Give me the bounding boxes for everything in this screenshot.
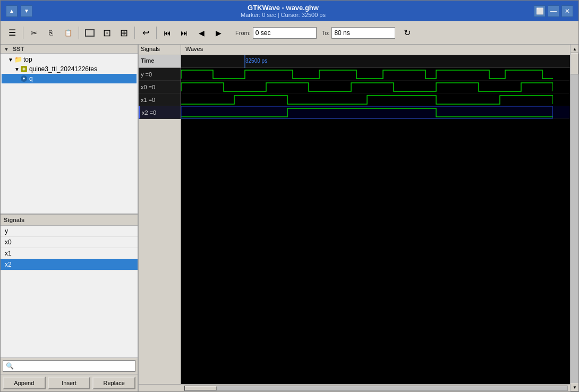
h-scrollbar-track[interactable] (184, 386, 568, 391)
panel-headers: Signals Waves (139, 45, 570, 55)
titlebar-center: GTKWave - wave.ghw Marker: 0 sec | Curso… (32, 4, 534, 18)
v-scrollbar[interactable]: ▲ ▼ (570, 45, 578, 391)
main-area: ▼ SST ▼ 📁 top ▼ ◈ quine3_ttl_20241226tes (1, 45, 578, 391)
zoom-range-btn[interactable]: ⊞ (116, 25, 131, 40)
sig-x1-row: x1 =0 (139, 93, 181, 106)
select-btn[interactable] (82, 25, 97, 40)
v-scrollbar-track[interactable] (571, 53, 578, 383)
to-input[interactable] (331, 27, 395, 39)
main-window: ▲ ▼ GTKWave - wave.ghw Marker: 0 sec | C… (0, 0, 579, 392)
v-scrollbar-thumb[interactable] (571, 53, 578, 74)
tree-label-quine3: quine3_ttl_20241226tes (29, 65, 97, 73)
h-scrollbar-thumb[interactable] (185, 386, 217, 390)
sep2 (79, 27, 79, 39)
refresh-btn[interactable]: ↻ (399, 25, 414, 40)
undo-icon: ↩ (142, 28, 149, 38)
signal-item-x2[interactable]: x2 (1, 259, 138, 270)
paste-btn[interactable]: 📋 (61, 25, 75, 40)
fast-fwd-icon: ⏭ (181, 29, 188, 37)
signal-item-x0[interactable]: x0 (1, 237, 138, 248)
toolbar: ☰ ✂ ⎘ 📋 ⊡ ⊞ ↩ ⏮ ⏭ (1, 21, 578, 45)
wave-row-y (181, 68, 570, 81)
sep3 (134, 27, 135, 39)
insert-btn[interactable]: Insert (48, 377, 91, 389)
scroll-up-btn[interactable]: ▲ (571, 45, 578, 53)
sep1 (23, 27, 23, 39)
time-header: Time (139, 55, 181, 68)
zoom-fit-btn[interactable]: ⊡ (99, 25, 114, 40)
marker-area: 32500 ps (181, 55, 570, 68)
zoom-range-icon: ⊞ (120, 27, 128, 39)
titlebar-buttons: ⬜ — ✕ (534, 5, 573, 17)
prev-btn[interactable]: ◀ (194, 25, 209, 40)
tree-label-q: q (29, 75, 33, 82)
next-btn[interactable]: ▶ (211, 25, 226, 40)
prev-icon: ◀ (199, 29, 205, 37)
sst-tree[interactable]: ▼ 📁 top ▼ ◈ quine3_ttl_20241226tes ● q (1, 54, 138, 214)
menu-btn[interactable]: ☰ (5, 25, 20, 40)
cut-btn[interactable]: ✂ (27, 25, 41, 40)
to-label: To: (322, 30, 330, 36)
titlebar-title: GTKWave - wave.ghw (32, 4, 534, 12)
right-panel: Signals Waves Time y =0 x0 =0 x1 =0 x2 =… (139, 45, 578, 391)
wave-svg-y (181, 68, 553, 81)
tree-label-top: top (23, 56, 32, 63)
wave-svg-x0 (181, 81, 553, 93)
cut-icon: ✂ (31, 29, 37, 37)
signals-list[interactable]: y x0 x1 x2 (1, 226, 138, 357)
paste-icon: 📋 (64, 29, 72, 37)
wave-content: Time y =0 x0 =0 x1 =0 x2 =0 (139, 55, 570, 384)
search-wrapper: 🔍 (3, 360, 135, 372)
append-btn[interactable]: Append (3, 377, 46, 389)
left-panel: ▼ SST ▼ 📁 top ▼ ◈ quine3_ttl_20241226tes (1, 45, 139, 391)
tree-expand-icon: ▼ (8, 57, 13, 63)
titlebar: ▲ ▼ GTKWave - wave.ghw Marker: 0 sec | C… (1, 1, 578, 21)
next-icon: ▶ (216, 29, 222, 37)
signal-item-x1[interactable]: x1 (1, 248, 138, 259)
waves-col-header: Waves (181, 45, 570, 55)
sst-expand-icon[interactable]: ▼ (4, 46, 9, 52)
tree-expand-icon2: ▼ (14, 66, 20, 72)
zoom-fit-icon: ⊡ (103, 27, 111, 39)
wave-row-x1 (181, 93, 570, 106)
copy-icon: ⎘ (49, 29, 53, 37)
minimize-btn[interactable]: — (548, 5, 559, 17)
copy-btn[interactable]: ⎘ (44, 25, 58, 40)
chip-icon: ◈ (21, 66, 27, 72)
close-btn[interactable]: ✕ (561, 5, 573, 17)
titlebar-subtitle: Marker: 0 sec | Cursor: 32500 ps (32, 12, 534, 18)
sep4 (156, 27, 157, 39)
waveform-canvas[interactable]: 32500 ps (181, 55, 570, 384)
signal-icon-q: ● (21, 75, 27, 82)
replace-btn[interactable]: Replace (92, 377, 135, 389)
wave-svg-x1 (181, 93, 553, 106)
search-bar: 🔍 (1, 357, 138, 374)
wave-row-x2 (181, 106, 570, 119)
scroll-down-btn[interactable]: ▼ (571, 383, 578, 391)
restore-btn[interactable]: ⬜ (534, 5, 546, 17)
to-group: To: (319, 27, 396, 39)
arrow-down-btn[interactable]: ▼ (21, 5, 32, 17)
sig-y-row: y =0 (139, 68, 181, 81)
wave-row-x0 (181, 81, 570, 93)
arrow-up-btn[interactable]: ▲ (6, 5, 18, 17)
signal-item-y[interactable]: y (1, 226, 138, 237)
titlebar-arrows: ▲ ▼ (6, 5, 32, 17)
first-btn[interactable]: ⏮ (160, 25, 175, 40)
refresh-icon: ↻ (404, 28, 411, 38)
undo-btn[interactable]: ↩ (138, 25, 153, 40)
fast-fwd-btn[interactable]: ⏭ (177, 25, 192, 40)
folder-icon: 📁 (14, 56, 22, 63)
menu-icon: ☰ (8, 28, 16, 38)
tree-item-q[interactable]: ● q (2, 74, 137, 83)
tree-item-top[interactable]: ▼ 📁 top (2, 55, 137, 64)
svg-text:32500 ps: 32500 ps (245, 58, 267, 64)
tree-item-quine3[interactable]: ▼ ◈ quine3_ttl_20241226tes (2, 64, 137, 74)
sst-header: ▼ SST (1, 45, 138, 54)
sig-x2-row: x2 =0 (139, 106, 181, 119)
from-input[interactable] (253, 27, 317, 39)
h-scrollbar[interactable] (139, 384, 570, 391)
search-input[interactable] (3, 360, 135, 372)
select-icon (85, 29, 95, 37)
signal-names-column: Time y =0 x0 =0 x1 =0 x2 =0 (139, 55, 181, 384)
